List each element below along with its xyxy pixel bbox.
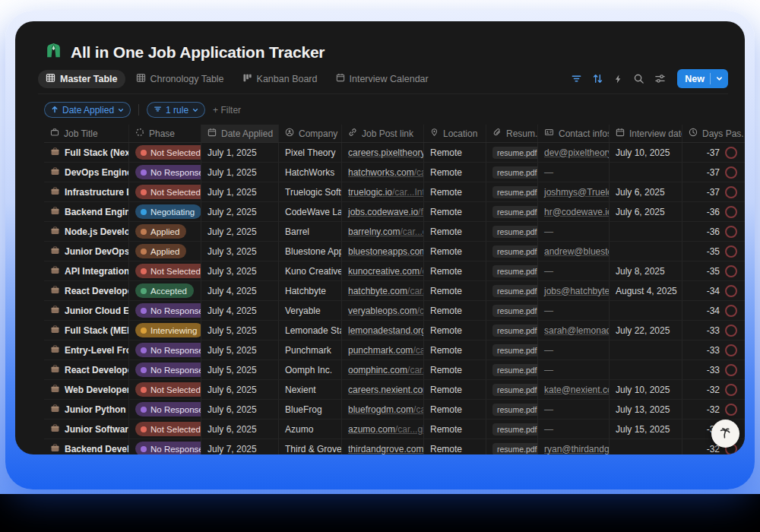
cell-link[interactable]: hatchbyte.com/car...ct-	[342, 281, 424, 300]
cell-contact[interactable]: —	[538, 222, 610, 241]
cell-company[interactable]: Pixel Theory	[279, 143, 342, 162]
cell-date[interactable]: July 1, 2025	[201, 163, 279, 182]
cell-resume[interactable]: resume.pdf	[486, 261, 538, 280]
cell-company[interactable]: Third & Grove	[279, 439, 342, 454]
cell-days[interactable]: -36	[682, 222, 743, 241]
job-post-link[interactable]: bluefrogdm.com/car...e	[348, 404, 424, 415]
cell-company[interactable]: Nexient	[279, 380, 342, 399]
cell-company[interactable]: BlueFrog	[279, 400, 342, 419]
cell-link[interactable]: punchmark.com/car...el	[342, 340, 424, 359]
cell-company[interactable]: Azumo	[279, 420, 342, 439]
cell-date[interactable]: July 1, 2025	[201, 143, 279, 162]
column-header-phase[interactable]: Phase	[129, 125, 201, 142]
resume-file-chip[interactable]: resume.pdf	[492, 206, 538, 218]
cell-date[interactable]: July 5, 2025	[201, 321, 279, 340]
cell-interview[interactable]	[610, 242, 682, 261]
resume-file-chip[interactable]: resume.pdf	[492, 305, 538, 317]
cell-phase[interactable]: Applied	[129, 222, 201, 241]
cell-phase[interactable]: Applied	[129, 242, 201, 261]
cell-date[interactable]: July 3, 2025	[201, 261, 279, 280]
cell-resume[interactable]: resume.pdf	[486, 281, 538, 300]
job-post-link[interactable]: kunocreative.com/car...	[348, 266, 424, 277]
cell-company[interactable]: Punchmark	[279, 340, 342, 359]
cell-company[interactable]: HatchWorks	[279, 163, 342, 182]
cell-company[interactable]: Truelogic Software	[279, 182, 342, 201]
cell-interview[interactable]	[610, 222, 682, 241]
cell-date[interactable]: July 3, 2025	[201, 242, 279, 261]
job-post-link[interactable]: bluestoneapps.com/car	[348, 246, 424, 257]
cell-days[interactable]: -32	[682, 380, 743, 399]
cell-resume[interactable]: resume.pdf	[486, 163, 538, 182]
resume-file-chip[interactable]: resume.pdf	[492, 226, 538, 238]
cell-phase[interactable]: Not Selected	[129, 261, 201, 280]
cell-interview[interactable]: July 22, 2025	[610, 321, 682, 340]
cell-link[interactable]: jobs.codewave.io/ful...ir	[342, 202, 424, 221]
cell-days[interactable]: -34	[682, 301, 743, 320]
cell-resume[interactable]: resume.pdf	[486, 242, 538, 261]
cell-contact[interactable]: jobs@hatchbyte.co...	[538, 281, 610, 300]
cell-link[interactable]: thirdandgrove.com/car.	[342, 439, 424, 454]
resume-file-chip[interactable]: resume.pdf	[492, 404, 538, 416]
job-post-link[interactable]: barrelny.com/car...elope	[348, 226, 424, 237]
cell-date[interactable]: July 6, 2025	[201, 380, 279, 399]
cell-phase[interactable]: No Response	[129, 439, 201, 454]
cell-date[interactable]: July 2, 2025	[201, 202, 279, 221]
cell-title[interactable]: Web Developer Intern	[44, 380, 129, 399]
sort-chip[interactable]: Date Applied	[44, 102, 131, 118]
cell-company[interactable]: Veryable	[279, 301, 342, 320]
cell-location[interactable]: Remote	[424, 242, 486, 261]
cell-title[interactable]: Backend Engineer	[44, 202, 129, 221]
job-post-link[interactable]: careers.nexient.com/we	[348, 385, 424, 395]
resume-file-chip[interactable]: resume.pdf	[492, 245, 538, 258]
column-header-title[interactable]: Job Title	[44, 125, 129, 142]
cell-resume[interactable]: resume.pdf	[486, 321, 538, 340]
contact-email-link[interactable]: dev@pixeltheory.io	[544, 147, 610, 158]
cell-date[interactable]: July 5, 2025	[201, 340, 279, 359]
cell-contact[interactable]: sarah@lemonadesta...	[538, 321, 610, 340]
cell-resume[interactable]: resume.pdf	[486, 439, 538, 454]
column-header-contact[interactable]: Contact infos	[538, 125, 610, 142]
column-header-resume[interactable]: Resum...	[486, 125, 538, 142]
cell-title[interactable]: Node.js Developer	[44, 222, 129, 241]
add-filter-button[interactable]: + Filter	[213, 105, 241, 116]
table-row[interactable]: React Developer (Intern)No ResponseJuly …	[44, 360, 745, 380]
cell-phase[interactable]: No Response	[129, 400, 201, 419]
cell-resume[interactable]: resume.pdf	[486, 182, 538, 201]
cell-date[interactable]: July 2, 2025	[201, 222, 279, 241]
resume-file-chip[interactable]: resume.pdf	[492, 364, 538, 376]
table-row[interactable]: Backend DeveloperNo ResponseJuly 7, 2025…	[44, 439, 745, 454]
cell-contact[interactable]: —	[538, 400, 610, 419]
cell-contact[interactable]: hr@codewave.io	[538, 202, 610, 221]
resume-file-chip[interactable]: resume.pdf	[492, 384, 538, 396]
resume-file-chip[interactable]: resume.pdf	[492, 443, 538, 455]
cell-days[interactable]: -33	[682, 340, 743, 359]
cell-contact[interactable]: —	[538, 163, 610, 182]
cell-phase[interactable]: Not Selected	[129, 182, 201, 201]
cell-company[interactable]: CodeWave Labs	[279, 202, 342, 221]
tab-master-table[interactable]: Master Table	[38, 70, 125, 88]
cell-days[interactable]: -33	[682, 360, 743, 379]
sliders-icon[interactable]	[654, 73, 666, 84]
cell-interview[interactable]: July 6, 2025	[610, 182, 682, 201]
cell-link[interactable]: veryableops.com/car...e	[342, 301, 424, 320]
cell-phase[interactable]: Not Selected	[129, 420, 201, 439]
cell-interview[interactable]	[610, 163, 682, 182]
table-row[interactable]: Entry-Level Front-End ...No ResponseJuly…	[44, 340, 745, 360]
cell-contact[interactable]: —	[538, 340, 610, 359]
contact-email-link[interactable]: hr@codewave.io	[544, 207, 610, 217]
job-post-link[interactable]: punchmark.com/car...el	[348, 345, 424, 356]
cell-days[interactable]: -33	[682, 321, 743, 340]
table-row[interactable]: Backend EngineerNegotiatingJuly 2, 2025C…	[44, 202, 745, 222]
cell-location[interactable]: Remote	[424, 400, 486, 419]
resume-file-chip[interactable]: resume.pdf	[492, 265, 538, 277]
cell-contact[interactable]: —	[538, 420, 610, 439]
cell-days[interactable]: -32	[682, 400, 743, 419]
cell-title[interactable]: Backend Developer	[44, 439, 129, 454]
cell-days[interactable]: -36	[682, 202, 743, 221]
cell-contact[interactable]: andrew@bluestonea...	[538, 242, 610, 261]
cell-company[interactable]: Oomph Inc.	[279, 360, 342, 379]
table-row[interactable]: Full Stack (MERN Stack)InterviewingJuly …	[44, 321, 745, 340]
cell-title[interactable]: Full Stack (MERN Stack)	[44, 321, 129, 340]
cell-interview[interactable]: July 13, 2025	[610, 400, 682, 419]
job-post-link[interactable]: truelogic.io/car...Intern	[348, 187, 424, 198]
